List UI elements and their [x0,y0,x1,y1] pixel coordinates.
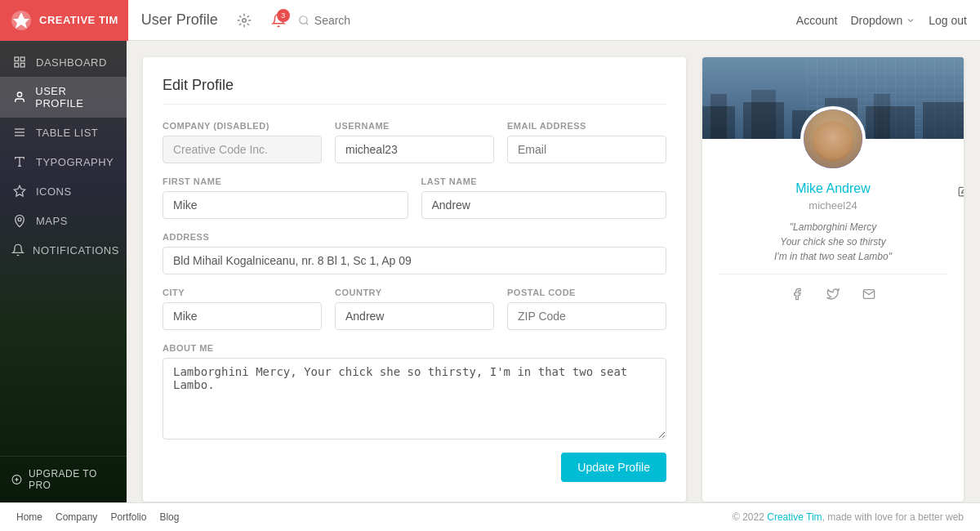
icons-icon [11,185,28,198]
profile-info: Mike Andrew micheel24 "Lamborghini Mercy… [702,172,964,324]
footer-link-blog[interactable]: Blog [159,511,179,523]
edit-profile-card: Edit Profile Company (Disabled) Username [143,57,686,502]
email-field-group: Email Address [507,121,666,163]
form-row-3: Address [163,232,666,274]
content-area: Edit Profile Company (Disabled) Username [127,41,980,502]
company-label: Company (Disabled) [163,121,322,131]
address-label: Address [163,232,666,242]
profile-avatar-wrap [702,106,964,172]
sidebar-nav: Dashboard User Profile Table List [0,41,127,456]
sidebar-item-table-list[interactable]: Table List [0,118,127,147]
account-link[interactable]: Account [796,14,838,27]
svg-rect-6 [15,63,19,67]
footer-link-portfolio[interactable]: Portfolio [110,511,146,523]
sidebar-item-user-profile-label: User Profile [35,85,115,109]
profile-avatar [800,106,866,172]
svg-rect-4 [15,57,19,61]
footer-credit: © 2022 Creative Tim, made with love for … [733,511,964,523]
update-btn-row: Update Profile [163,453,666,482]
brand: CREATIVE TIM [0,0,128,41]
about-textarea[interactable] [163,358,666,440]
page-title: User Profile [141,11,218,29]
svg-rect-5 [20,57,24,61]
sidebar-item-typography[interactable]: Typography [0,147,127,176]
twitter-icon[interactable] [822,283,844,306]
about-label: About Me [163,343,666,353]
search-area [298,14,412,27]
about-field-group: About Me [163,343,666,440]
company-input[interactable] [163,136,322,163]
footer-links: Home Company Portfolio Blog [16,511,179,523]
profile-card: Mike Andrew micheel24 "Lamborghini Mercy… [702,57,964,502]
sidebar-item-user-profile[interactable]: User Profile [0,77,127,118]
brand-icon [10,9,33,32]
email-icon[interactable] [858,283,880,306]
email-label: Email Address [507,121,666,131]
facebook-icon[interactable] [786,283,808,306]
country-field-group: Country [335,288,494,330]
sidebar-item-typography-label: Typography [36,156,114,168]
postal-label: Postal Code [507,288,666,297]
form-row-5: About Me [163,343,666,440]
upgrade-label: Upgrade to Pro [29,468,115,491]
search-input[interactable] [314,14,412,27]
username-field-group: Username [335,121,494,163]
sidebar: Dashboard User Profile Table List [0,41,127,502]
upgrade-icon [11,474,22,485]
logout-link[interactable]: Log out [929,14,967,27]
profile-social [719,274,947,314]
last-name-input[interactable] [421,191,667,219]
user-profile-icon [11,91,27,104]
form-row-1: Company (Disabled) Username Email Addres… [163,121,666,163]
sidebar-item-icons-label: Icons [36,185,72,198]
sidebar-item-notifications-label: Notifications [33,244,119,257]
sidebar-item-icons[interactable]: Icons [0,176,127,206]
svg-point-15 [18,218,21,221]
svg-rect-7 [20,63,24,67]
footer-credit-link[interactable]: Creative Tim [767,511,822,523]
company-field-group: Company (Disabled) [163,121,322,163]
first-name-label: First Name [163,176,408,186]
sidebar-upgrade[interactable]: Upgrade to Pro [0,456,127,502]
typography-icon [11,155,28,168]
content-grid: Edit Profile Company (Disabled) Username [143,57,964,502]
city-input[interactable] [163,302,322,330]
main-area: Dashboard User Profile Table List [0,41,980,502]
address-input[interactable] [163,247,666,274]
country-input[interactable] [335,302,494,330]
dropdown-btn[interactable]: Dropdown [850,14,915,27]
settings-icon-btn[interactable] [231,7,257,33]
upgrade-btn[interactable]: Upgrade to Pro [11,468,115,491]
last-name-label: Last Name [421,176,667,186]
footer: Home Company Portfolio Blog © 2022 Creat… [0,502,980,531]
sidebar-item-table-list-label: Table List [36,127,98,139]
avatar-face [804,109,862,168]
form-row-2: First Name Last Name [163,176,666,219]
update-profile-button[interactable]: Update Profile [561,453,666,482]
sidebar-item-dashboard-label: Dashboard [36,56,107,69]
email-input[interactable] [507,136,666,163]
username-input[interactable] [335,136,494,163]
postal-field-group: Postal Code [507,288,666,330]
sidebar-item-dashboard[interactable]: Dashboard [0,47,127,77]
sidebar-item-notifications[interactable]: Notifications [0,235,127,265]
form-row-4: City Country Postal Code [163,288,666,330]
svg-point-8 [17,92,21,96]
dashboard-icon [11,56,28,69]
card-title: Edit Profile [163,77,666,105]
brand-name: CREATIVE TIM [39,14,118,26]
address-field-group: Address [163,232,666,274]
footer-link-company[interactable]: Company [56,511,97,523]
sidebar-item-maps[interactable]: Maps [0,206,127,235]
first-name-input[interactable] [163,191,408,219]
nav-right: Account Dropdown Log out [796,14,967,27]
city-field-group: City [163,288,322,330]
sidebar-content: Dashboard User Profile Table List [0,41,127,502]
first-name-field-group: First Name [163,176,408,219]
app-wrapper: CREATIVE TIM User Profile 3 [0,0,980,531]
svg-point-3 [300,16,307,23]
notification-icon-btn[interactable]: 3 [265,7,292,33]
footer-link-home[interactable]: Home [16,511,42,523]
profile-username: micheel24 [719,199,947,212]
postal-input[interactable] [507,302,666,330]
